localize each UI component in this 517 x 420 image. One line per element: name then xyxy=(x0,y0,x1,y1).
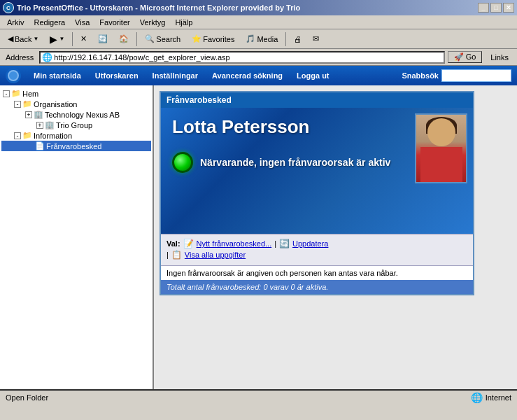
card-header: Frånvarobesked xyxy=(161,92,473,108)
tree-item-trio-group[interactable]: + 🏢 Trio Group xyxy=(1,120,151,130)
window-controls[interactable]: _ □ ✕ xyxy=(478,3,514,13)
trio-logo-inner xyxy=(8,70,19,81)
photo-placeholder xyxy=(416,115,466,182)
links-button[interactable]: Links xyxy=(485,52,514,62)
menu-edit[interactable]: Redigera xyxy=(29,17,69,28)
tree-item-technology-nexus[interactable]: + 🏢 Technology Nexus AB xyxy=(1,109,151,120)
window-title: Trio PresentOffice - Utforskaren - Micro… xyxy=(17,4,300,12)
media-button[interactable]: 🎵 Media xyxy=(241,32,283,46)
menu-bar: Arkiv Redigera Visa Favoriter Verktyg Hj… xyxy=(0,15,517,29)
favorites-icon: ⭐ xyxy=(192,34,201,43)
info-text: Ingen frånvaroorsak är angiven och perso… xyxy=(167,269,398,277)
tree-label-hem: Hem xyxy=(22,90,38,98)
nav-logga-ut[interactable]: Logga ut xyxy=(290,69,336,83)
total-text: Totalt antal frånvarobesked: 0 varav 0 ä… xyxy=(167,283,328,291)
stop-button[interactable]: ✕ xyxy=(76,32,92,46)
card-body: Lotta Petersson Närvarande, ingen frånva… xyxy=(161,108,473,234)
home-button[interactable]: 🏠 xyxy=(114,32,134,46)
print-icon: 🖨 xyxy=(294,35,302,43)
search-icon: 🔍 xyxy=(145,34,155,43)
status-text: Närvarande, ingen frånvaroorsak är aktiv xyxy=(200,157,390,168)
mail-button[interactable]: ✉ xyxy=(308,32,324,46)
separator-actions-2: | xyxy=(167,251,169,259)
update-link[interactable]: Uppdatera xyxy=(292,239,328,248)
tree-item-information[interactable]: - 📁 Information xyxy=(1,130,151,141)
app-icon: C xyxy=(3,2,14,13)
tree-label-information: Information xyxy=(34,132,72,140)
trio-nav-bar: Min startsida Utforskaren Inställningar … xyxy=(0,66,517,85)
nav-installningar[interactable]: Inställningar xyxy=(146,69,205,83)
address-label: Address xyxy=(3,53,36,62)
expander-hem[interactable]: - xyxy=(3,90,10,97)
photo-body xyxy=(420,147,462,182)
menu-view[interactable]: Visa xyxy=(71,17,94,28)
tree-item-organisation[interactable]: - 📁 Organisation xyxy=(1,99,151,109)
back-label: Back xyxy=(15,35,31,43)
separator-3 xyxy=(285,32,286,46)
tree-item-hem[interactable]: - 📁 Hem xyxy=(1,88,151,99)
org-icon-trio-group: 🏢 xyxy=(45,120,55,130)
nav-min-startsida[interactable]: Min startsida xyxy=(27,69,88,83)
folder-icon-information: 📁 xyxy=(22,131,32,140)
favorites-button[interactable]: ⭐ Favorites xyxy=(187,32,239,46)
photo-head xyxy=(427,118,455,146)
go-button[interactable]: 🚀 Go xyxy=(448,51,483,63)
nav-avancerad-sokning[interactable]: Avancerad sökning xyxy=(205,69,290,83)
search-label: Search xyxy=(156,35,180,43)
forward-icon: ▶ xyxy=(50,34,57,45)
nav-utforskaren[interactable]: Utforskaren xyxy=(88,69,146,83)
expander-organisation[interactable]: - xyxy=(14,101,21,108)
folder-icon-organisation: 📁 xyxy=(22,99,32,108)
info-section: Ingen frånvaroorsak är angiven och perso… xyxy=(161,265,473,280)
separator-actions-1: | xyxy=(274,239,276,248)
menu-tools[interactable]: Verktyg xyxy=(136,17,170,28)
menu-favorites[interactable]: Favoriter xyxy=(95,17,134,28)
refresh-button[interactable]: 🔄 xyxy=(93,32,113,46)
minimize-button[interactable]: _ xyxy=(478,3,489,13)
doc-icon-franvarobesked: 📄 xyxy=(35,141,45,150)
folder-icon-hem: 📁 xyxy=(11,89,21,98)
address-input[interactable] xyxy=(54,53,441,62)
expander-technology-nexus[interactable]: + xyxy=(25,111,32,118)
stop-icon: ✕ xyxy=(80,34,87,43)
snabbsok-label: Snabbsök xyxy=(402,71,439,80)
address-input-wrap[interactable]: 🌐 xyxy=(39,51,444,64)
mail-icon: ✉ xyxy=(313,34,319,43)
view-all-icon: 📋 xyxy=(171,250,182,260)
trio-logo xyxy=(6,68,21,83)
back-icon: ◀ xyxy=(8,34,13,43)
go-icon: 🚀 xyxy=(454,52,464,61)
expander-trio-group[interactable]: + xyxy=(36,122,43,129)
toolbar: ◀ Back ▼ ▶ ▼ ✕ 🔄 🏠 🔍 Search ⭐ Favorites … xyxy=(0,29,517,49)
home-icon: 🏠 xyxy=(119,34,129,43)
menu-help[interactable]: Hjälp xyxy=(171,17,197,28)
forward-dropdown-icon: ▼ xyxy=(59,36,64,42)
org-icon-technology-nexus: 🏢 xyxy=(34,110,43,119)
refresh-icon: 🔄 xyxy=(98,34,108,43)
forward-button[interactable]: ▶ ▼ xyxy=(45,31,69,47)
search-button[interactable]: 🔍 Search xyxy=(140,32,185,46)
view-all-link[interactable]: Visa alla uppgifter xyxy=(185,251,246,259)
close-button[interactable]: ✕ xyxy=(503,3,514,13)
media-label: Media xyxy=(257,35,278,43)
new-franvarobesked-link[interactable]: Nytt frånvarobesked... xyxy=(197,239,272,248)
status-circle-green xyxy=(172,152,193,173)
menu-file[interactable]: Arkiv xyxy=(3,17,28,28)
back-dropdown-icon: ▼ xyxy=(33,36,38,42)
expander-information[interactable]: - xyxy=(14,132,21,139)
action-row-1: Val: 📝 Nytt frånvarobesked... | 🔄 Uppdat… xyxy=(167,239,467,248)
internet-label: Internet xyxy=(486,393,511,402)
snabbsok-input[interactable] xyxy=(441,69,511,82)
tree-item-franvarobesked[interactable]: 📄 Frånvarobesked xyxy=(1,141,151,151)
print-button[interactable]: 🖨 xyxy=(289,33,306,46)
status-text: Open Folder xyxy=(6,393,465,402)
action-row-2: | 📋 Visa alla uppgifter xyxy=(167,250,467,260)
tree-label-franvarobesked: Frånvarobesked xyxy=(46,142,102,150)
val-label: Val: xyxy=(167,239,180,248)
back-button[interactable]: ◀ Back ▼ xyxy=(3,32,43,46)
maximize-button[interactable]: □ xyxy=(490,3,502,13)
main-layout: - 📁 Hem - 📁 Organisation + 🏢 Technology … xyxy=(0,85,517,389)
total-section: Totalt antal frånvarobesked: 0 varav 0 ä… xyxy=(161,280,473,294)
go-label: Go xyxy=(466,52,476,61)
tree-label-technology-nexus: Technology Nexus AB xyxy=(45,111,120,119)
